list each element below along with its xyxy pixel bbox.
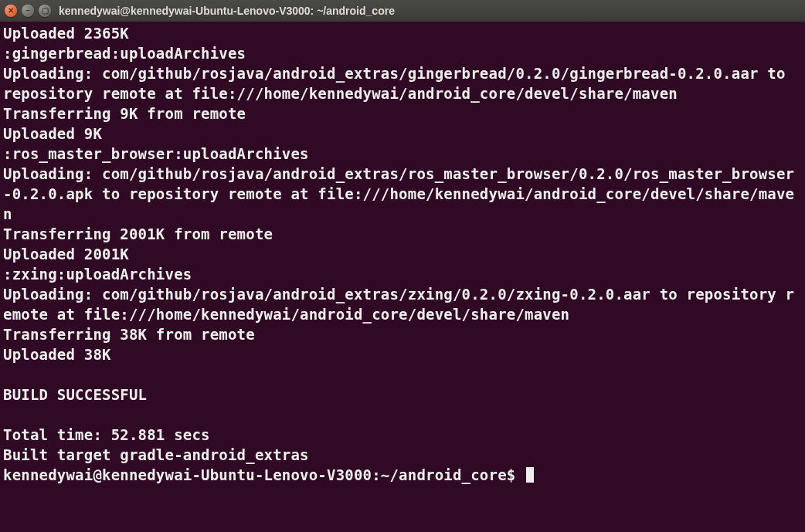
prompt: kennedywai@kennedywai-Ubuntu-Lenovo-V300… — [3, 466, 534, 483]
terminal-output: Uploaded 2365K :gingerbread:uploadArchiv… — [3, 25, 794, 463]
prompt-separator: : — [372, 466, 381, 483]
window-title: kennedywai@kennedywai-Ubuntu-Lenovo-V300… — [59, 5, 395, 17]
minimize-icon[interactable]: – — [22, 5, 34, 17]
prompt-symbol: $ — [507, 466, 516, 483]
titlebar[interactable]: ✕ – ▢ kennedywai@kennedywai-Ubuntu-Lenov… — [0, 0, 805, 22]
terminal-window: ✕ – ▢ kennedywai@kennedywai-Ubuntu-Lenov… — [0, 0, 805, 532]
maximize-icon[interactable]: ▢ — [39, 5, 51, 17]
window-controls: ✕ – ▢ — [5, 5, 51, 17]
prompt-path: ~/android_core — [381, 466, 507, 483]
cursor-icon — [526, 467, 534, 483]
prompt-user-host: kennedywai@kennedywai-Ubuntu-Lenovo-V300… — [3, 466, 372, 483]
terminal-body[interactable]: Uploaded 2365K :gingerbread:uploadArchiv… — [0, 22, 805, 532]
close-icon[interactable]: ✕ — [5, 5, 17, 17]
